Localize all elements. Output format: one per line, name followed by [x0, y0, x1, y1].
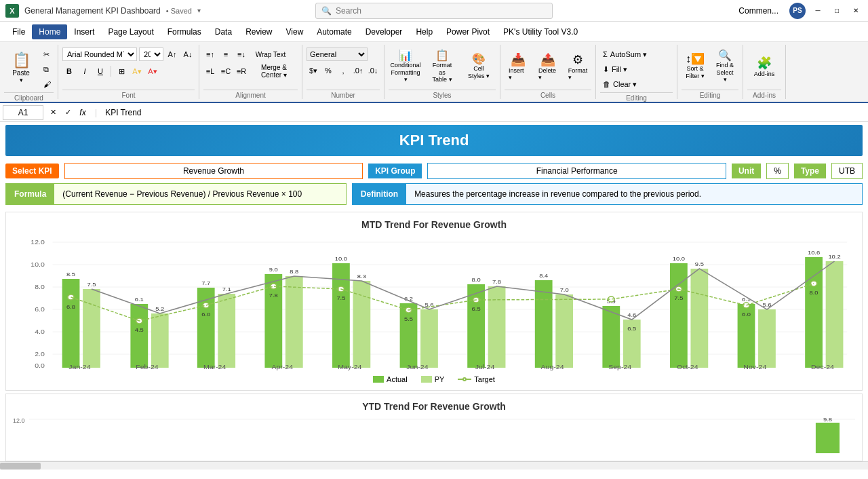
cells-content: 📥 Insert ▾ 📤 Delete ▾ ⚙ Format ▾ — [505, 45, 591, 85]
font-color-button[interactable]: A▾ — [146, 64, 159, 78]
selected-kpi-value[interactable]: Revenue Growth — [64, 163, 363, 179]
delete-label: Delete ▾ — [538, 67, 557, 81]
font-family-select[interactable]: Arial Rounded MT — [62, 47, 137, 61]
ytd-y-label: 12.0 — [13, 416, 29, 424]
menu-utility-tool[interactable]: PK's Utility Tool V3.0 — [496, 24, 585, 39]
align-center-button[interactable]: ≡C — [219, 64, 233, 78]
decrease-decimal-button[interactable]: .0↓ — [366, 64, 380, 77]
menu-file[interactable]: File — [5, 24, 32, 39]
underline-button[interactable]: U — [94, 64, 107, 78]
cut-button[interactable]: ✂ — [41, 47, 54, 61]
align-left-button[interactable]: ≡L — [203, 64, 217, 78]
border-button[interactable]: ⊞ — [115, 64, 128, 78]
menu-data[interactable]: Data — [208, 24, 239, 39]
svg-text:7.0: 7.0 — [560, 287, 569, 293]
svg-rect-23 — [218, 294, 235, 368]
italic-button[interactable]: I — [78, 64, 92, 78]
definition-label: Definition — [353, 184, 406, 204]
number-label: Number — [307, 90, 380, 99]
autosum-button[interactable]: Σ AutoSum ▾ — [600, 47, 650, 61]
align-middle-button[interactable]: ≡ — [219, 47, 233, 61]
comment-button[interactable]: Commen... — [733, 3, 784, 18]
confirm-formula-button[interactable]: ✓ — [61, 106, 75, 119]
cell-styles-label: CellStyles ▾ — [468, 65, 490, 80]
copy-button[interactable]: ⧉ — [41, 62, 54, 76]
svg-text:7.7: 7.7 — [201, 280, 210, 286]
menu-insert[interactable]: Insert — [67, 24, 101, 39]
svg-text:6.0: 6.0 — [742, 311, 751, 318]
sort-filter-button[interactable]: ↕🔽 Sort &Filter ▾ — [682, 47, 709, 85]
find-select-button[interactable]: 🔍 Find &Select ▾ — [711, 47, 738, 85]
svg-text:8.8: 8.8 — [290, 269, 298, 275]
search-box[interactable]: 🔍 — [315, 3, 553, 19]
svg-rect-16 — [130, 304, 148, 368]
menu-page-layout[interactable]: Page Layout — [101, 24, 160, 39]
svg-text:0.0: 0.0 — [35, 362, 45, 369]
merge-center-button[interactable]: Merge & Center ▾ — [250, 64, 298, 78]
formula-input[interactable] — [102, 105, 865, 120]
fill-button[interactable]: ⬇ Fill ▾ — [600, 62, 650, 76]
font-decrease-button[interactable]: A↓ — [181, 47, 195, 61]
kpi-group-label: KPI Group — [368, 164, 422, 178]
menu-help[interactable]: Help — [409, 24, 439, 39]
wrap-text-button[interactable]: Wrap Text — [250, 47, 291, 61]
clear-button[interactable]: 🗑 Clear ▾ — [600, 77, 650, 91]
insert-function-button[interactable]: fx — [76, 106, 90, 119]
menu-formulas[interactable]: Formulas — [161, 24, 208, 39]
svg-point-72 — [743, 303, 749, 308]
menu-view[interactable]: View — [279, 24, 311, 39]
close-button[interactable]: ✕ — [849, 4, 863, 18]
svg-rect-62 — [670, 263, 688, 368]
legend-py-box — [421, 376, 432, 383]
maximize-button[interactable]: □ — [830, 4, 844, 18]
format-button[interactable]: ⚙ Format ▾ — [564, 47, 591, 85]
bold-button[interactable]: B — [62, 64, 76, 78]
menu-developer[interactable]: Developer — [359, 24, 410, 39]
percent-button[interactable]: % — [321, 64, 335, 77]
horizontal-scrollbar[interactable] — [0, 461, 868, 470]
paste-icon: 📋 — [12, 52, 31, 69]
kpi-controls: Select KPI Revenue Growth KPI Group Fina… — [0, 159, 868, 183]
title-bar-left: X General Management KPI Dashboard • Sav… — [5, 4, 315, 18]
comma-button[interactable]: , — [336, 64, 350, 77]
menu-review[interactable]: Review — [239, 24, 279, 39]
svg-text:8.0: 8.0 — [35, 284, 45, 290]
fill-color-button[interactable]: A▾ — [130, 64, 144, 78]
align-right-button[interactable]: ≡R — [235, 64, 248, 78]
menu-automate[interactable]: Automate — [310, 24, 358, 39]
minimize-button[interactable]: ─ — [811, 4, 825, 18]
font-size-select[interactable]: 20 — [139, 47, 163, 61]
search-input[interactable] — [336, 6, 547, 16]
increase-decimal-button[interactable]: .0↑ — [351, 64, 365, 77]
type-value: UTB — [831, 163, 863, 179]
insert-button[interactable]: 📥 Insert ▾ — [505, 47, 532, 85]
currency-button[interactable]: $▾ — [307, 64, 320, 77]
scrollbar-thumb[interactable] — [0, 463, 41, 470]
align-bottom-button[interactable]: ≡↓ — [235, 47, 248, 61]
align-top-button[interactable]: ≡↑ — [203, 47, 217, 61]
svg-text:Jul-24: Jul-24 — [475, 364, 495, 370]
font-label: Font — [62, 90, 195, 99]
clipboard-mini-btns: ✂ ⧉ 🖌 — [41, 47, 54, 91]
format-as-table-button[interactable]: 📋 Format asTable ▾ — [425, 47, 459, 85]
ytd-chart-title: YTD Trend For Revenue Growth — [13, 401, 855, 412]
name-box[interactable] — [3, 105, 43, 120]
title-bar: X General Management KPI Dashboard • Sav… — [0, 0, 868, 22]
align-lr-row: ≡L ≡C ≡R Merge & Center ▾ — [203, 64, 298, 78]
menu-power-pivot[interactable]: Power Pivot — [439, 24, 496, 39]
format-painter-button[interactable]: 🖌 — [41, 77, 54, 91]
font-increase-button[interactable]: A↑ — [165, 47, 179, 61]
addins-button[interactable]: 🧩 Add-ins — [747, 47, 781, 85]
cancel-formula-button[interactable]: ✕ — [46, 106, 60, 119]
cell-styles-button[interactable]: 🎨 CellStyles ▾ — [462, 47, 496, 85]
menu-home[interactable]: Home — [32, 24, 67, 39]
svg-text:6.1: 6.1 — [135, 296, 144, 303]
svg-text:7.5: 7.5 — [336, 295, 345, 301]
paste-button[interactable]: 📋 Paste ▾ — [4, 47, 38, 87]
delete-button[interactable]: 📤 Delete ▾ — [534, 47, 561, 85]
number-format-select[interactable]: General — [307, 47, 368, 61]
styles-label: Styles — [389, 90, 496, 99]
svg-text:10.2: 10.2 — [828, 254, 840, 260]
formula-label: Formula — [6, 184, 54, 204]
conditional-formatting-button[interactable]: 📊 ConditionalFormatting ▾ — [389, 47, 422, 85]
